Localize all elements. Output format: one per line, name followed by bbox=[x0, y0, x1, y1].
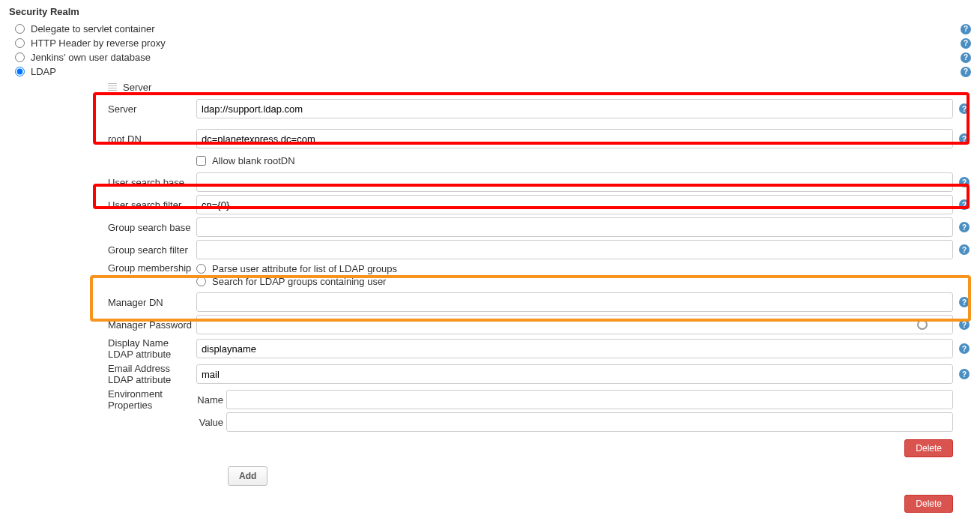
gm-opt-search-radio[interactable] bbox=[196, 277, 206, 286]
input-manager-password[interactable] bbox=[196, 315, 953, 334]
gm-opt-parse-row[interactable]: Parse user attribute for list of LDAP gr… bbox=[196, 262, 397, 275]
realm-httpheader-row[interactable]: HTTP Header by reverse proxy ? bbox=[9, 36, 971, 50]
env-name-label: Name bbox=[196, 394, 226, 406]
input-display-name-attr[interactable] bbox=[196, 339, 953, 358]
row-group-membership: Group membership Parse user attribute fo… bbox=[76, 261, 971, 291]
gm-opt-parse-label: Parse user attribute for list of LDAP gr… bbox=[212, 263, 397, 274]
server-header-label: Server bbox=[123, 82, 151, 93]
realm-ldap-radio[interactable] bbox=[15, 67, 25, 76]
label-display-name-attr: Display Name LDAP attribute bbox=[76, 337, 196, 360]
gm-opt-search-row[interactable]: Search for LDAP groups containing user bbox=[196, 275, 386, 288]
label-allow-blank-rootdn: Allow blank rootDN bbox=[212, 155, 295, 166]
section-title: Security Realm bbox=[9, 6, 971, 17]
label-root-dn: root DN bbox=[76, 133, 196, 145]
delete-envprop-button[interactable]: Delete bbox=[904, 439, 953, 457]
row-group-search-base: Group search base ? bbox=[76, 216, 971, 238]
realm-servlet-radio[interactable] bbox=[15, 24, 25, 34]
input-user-search-base[interactable] bbox=[196, 172, 953, 192]
help-icon[interactable]: ? bbox=[959, 222, 970, 232]
ldap-config-block: Server Server ? root DN ? Allow blank ro… bbox=[76, 79, 971, 521]
drag-handle-icon[interactable] bbox=[108, 83, 117, 92]
add-envprop-button[interactable]: Add bbox=[228, 466, 267, 486]
label-group-membership: Group membership bbox=[76, 262, 196, 274]
label-manager-password: Manager Password bbox=[76, 319, 196, 331]
input-server[interactable] bbox=[196, 99, 953, 118]
password-key-icon[interactable] bbox=[917, 319, 928, 330]
realm-httpheader-radio[interactable] bbox=[15, 38, 25, 48]
help-icon[interactable]: ? bbox=[959, 133, 970, 144]
row-root-dn: root DN ? bbox=[76, 127, 971, 150]
realm-owndb-label: Jenkins' own user database bbox=[31, 52, 958, 63]
label-env-props: Environment Properties bbox=[76, 388, 196, 411]
help-icon[interactable]: ? bbox=[959, 103, 970, 114]
label-user-search-base: User search base bbox=[76, 177, 196, 188]
realm-servlet-row[interactable]: Delegate to servlet container ? bbox=[9, 22, 971, 36]
row-manager-dn: Manager DN ? bbox=[76, 291, 971, 313]
label-user-search-filter: User search filter bbox=[76, 199, 196, 211]
row-email-attr: Email Address LDAP attribute ? bbox=[76, 361, 971, 387]
delete-server-button[interactable]: Delete bbox=[904, 495, 953, 513]
label-group-search-filter: Group search filter bbox=[76, 244, 196, 256]
input-manager-dn[interactable] bbox=[196, 292, 953, 312]
input-env-name[interactable] bbox=[226, 390, 953, 409]
row-user-search-base: User search base ? bbox=[76, 171, 971, 193]
help-icon[interactable]: ? bbox=[961, 67, 971, 77]
label-manager-dn: Manager DN bbox=[76, 297, 196, 308]
help-icon[interactable]: ? bbox=[961, 52, 971, 63]
help-icon[interactable]: ? bbox=[959, 343, 970, 354]
input-user-search-filter[interactable] bbox=[196, 195, 953, 214]
row-display-name-attr: Display Name LDAP attribute ? bbox=[76, 336, 971, 361]
help-icon[interactable]: ? bbox=[961, 24, 971, 34]
gm-opt-parse-radio[interactable] bbox=[196, 264, 206, 274]
help-icon[interactable]: ? bbox=[959, 369, 970, 379]
realm-httpheader-label: HTTP Header by reverse proxy bbox=[31, 37, 958, 49]
help-icon[interactable]: ? bbox=[959, 297, 970, 307]
env-value-label: Value bbox=[196, 417, 226, 428]
input-group-search-base[interactable] bbox=[196, 217, 953, 237]
realm-owndb-row[interactable]: Jenkins' own user database ? bbox=[9, 50, 971, 64]
input-group-search-filter[interactable] bbox=[196, 240, 953, 259]
row-env-props: Environment Properties Name Value bbox=[76, 387, 971, 435]
row-manager-password: Manager Password ? bbox=[76, 313, 971, 336]
realm-ldap-label: LDAP bbox=[31, 66, 958, 77]
realm-ldap-row[interactable]: LDAP ? bbox=[9, 64, 971, 79]
label-email-attr: Email Address LDAP attribute bbox=[76, 363, 196, 385]
row-allow-blank-rootdn: Allow blank rootDN bbox=[76, 150, 971, 171]
help-icon[interactable]: ? bbox=[959, 244, 970, 255]
input-env-value[interactable] bbox=[226, 412, 953, 432]
row-user-search-filter: User search filter ? bbox=[76, 193, 971, 216]
label-server: Server bbox=[76, 103, 196, 115]
label-group-search-base: Group search base bbox=[76, 222, 196, 233]
input-root-dn[interactable] bbox=[196, 129, 953, 148]
row-group-search-filter: Group search filter ? bbox=[76, 238, 971, 261]
help-icon[interactable]: ? bbox=[961, 38, 971, 49]
help-icon[interactable]: ? bbox=[959, 177, 970, 187]
realm-servlet-label: Delegate to servlet container bbox=[31, 23, 958, 34]
help-icon[interactable]: ? bbox=[959, 319, 970, 330]
help-icon[interactable]: ? bbox=[959, 199, 970, 210]
input-email-attr[interactable] bbox=[196, 364, 953, 384]
gm-opt-search-label: Search for LDAP groups containing user bbox=[212, 276, 386, 287]
checkbox-allow-blank-rootdn[interactable] bbox=[196, 156, 206, 166]
row-server: Server ? bbox=[76, 97, 971, 120]
realm-owndb-radio[interactable] bbox=[15, 52, 25, 62]
server-header: Server bbox=[76, 79, 971, 96]
